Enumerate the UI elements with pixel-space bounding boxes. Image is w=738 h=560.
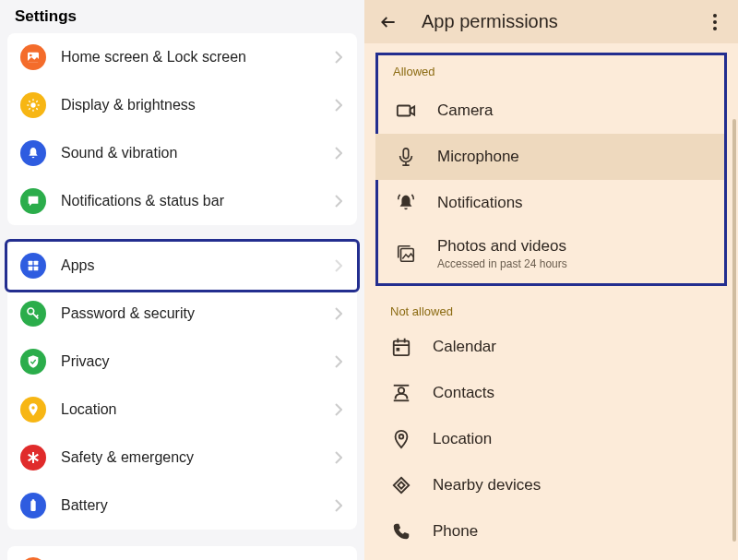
shield-icon [26, 354, 41, 369]
perm-label: Notifications [437, 194, 523, 212]
settings-title: Settings [0, 0, 364, 33]
perm-camera[interactable]: Camera [389, 88, 724, 134]
phone-icon [390, 520, 412, 542]
app-permissions-header: App permissions [364, 0, 738, 43]
chevron-right-icon [333, 355, 344, 368]
perm-contacts[interactable]: Contacts [364, 370, 738, 416]
chevron-right-icon [333, 403, 344, 416]
battery-icon [26, 498, 41, 513]
svg-rect-26 [403, 149, 409, 159]
settings-panel: Settings Home screen & Lock screen Displ… [0, 0, 364, 560]
bell-icon [26, 146, 41, 161]
row-sound[interactable]: Sound & vibration [7, 129, 357, 177]
home-image-icon [26, 50, 41, 65]
header-title: App permissions [422, 11, 684, 32]
row-label: Notifications & status bar [61, 193, 318, 209]
svg-point-30 [399, 387, 404, 393]
contacts-icon [390, 382, 412, 404]
row-apps[interactable]: Apps [5, 239, 360, 292]
row-safety[interactable]: Safety & emergency [7, 434, 357, 482]
svg-rect-25 [398, 106, 411, 116]
svg-point-24 [713, 27, 717, 30]
svg-rect-13 [29, 267, 33, 271]
permissions-body: Allowed Camera Microphone Notifications [364, 43, 738, 560]
svg-rect-21 [32, 499, 35, 501]
back-arrow-icon[interactable] [379, 13, 399, 31]
svg-point-22 [713, 14, 717, 18]
allowed-heading: Allowed [389, 65, 724, 88]
allowed-section-highlight: Allowed Camera Microphone Notifications [375, 53, 727, 286]
nearby-icon [390, 474, 412, 496]
chat-settings-icon [26, 194, 41, 209]
not-allowed-heading: Not allowed [364, 299, 738, 324]
chevron-right-icon [333, 307, 344, 320]
svg-rect-28 [394, 341, 410, 356]
perm-notifications[interactable]: Notifications [389, 180, 724, 226]
svg-point-23 [713, 20, 717, 24]
more-vertical-icon[interactable] [707, 14, 723, 30]
row-label: Privacy [61, 353, 318, 370]
perm-location[interactable]: Location [364, 416, 738, 462]
svg-point-33 [399, 435, 404, 439]
perm-microphone[interactable]: Microphone [375, 134, 724, 180]
chevron-right-icon [333, 195, 344, 208]
key-icon [26, 306, 41, 321]
location-pin-icon [26, 402, 41, 417]
row-privacy[interactable]: Privacy [7, 338, 357, 386]
row-home[interactable]: Home screen & Lock screen [7, 33, 357, 81]
photos-icon [395, 243, 417, 265]
svg-point-2 [30, 102, 35, 107]
row-label: Battery [61, 497, 318, 514]
svg-rect-11 [29, 261, 33, 266]
microphone-icon [395, 146, 417, 168]
scrollbar-track[interactable] [732, 119, 736, 542]
row-special[interactable]: Special features [7, 546, 357, 560]
row-label: Sound & vibration [61, 145, 318, 161]
row-battery[interactable]: Battery [7, 482, 357, 530]
row-label: Password & security [61, 305, 318, 322]
svg-line-10 [36, 101, 37, 101]
perm-label: Phone [433, 522, 478, 541]
svg-point-16 [31, 406, 34, 409]
svg-rect-12 [34, 261, 39, 266]
row-label: Location [61, 401, 318, 418]
row-display[interactable]: Display & brightness [7, 81, 357, 129]
row-label: Display & brightness [61, 97, 318, 113]
svg-line-9 [29, 108, 30, 109]
svg-rect-20 [30, 501, 35, 511]
svg-line-7 [29, 101, 30, 101]
settings-group-2: Apps Password & security Privacy [7, 242, 357, 530]
svg-rect-29 [397, 348, 400, 351]
camera-icon [395, 100, 417, 122]
perm-photos[interactable]: Photos and videos Accessed in past 24 ho… [389, 226, 724, 281]
chevron-right-icon [333, 99, 344, 112]
chevron-right-icon [333, 259, 344, 272]
calendar-icon [390, 336, 412, 358]
perm-label: Calendar [433, 338, 496, 356]
perm-sublabel: Accessed in past 24 hours [437, 257, 567, 270]
row-password[interactable]: Password & security [7, 290, 357, 338]
row-label: Home screen & Lock screen [61, 49, 318, 66]
chevron-right-icon [333, 451, 344, 464]
perm-nearby[interactable]: Nearby devices [364, 462, 738, 508]
settings-group-1: Home screen & Lock screen Display & brig… [7, 33, 357, 225]
svg-point-1 [30, 54, 32, 57]
svg-rect-14 [34, 267, 39, 271]
bell-ring-icon [395, 192, 417, 214]
row-label: Apps [61, 257, 318, 274]
apps-grid-icon [26, 258, 41, 273]
chevron-right-icon [333, 147, 344, 160]
brightness-icon [26, 98, 41, 113]
perm-label: Microphone [437, 148, 519, 166]
perm-calendar[interactable]: Calendar [364, 324, 738, 370]
chevron-right-icon [333, 499, 344, 512]
chevron-right-icon [333, 51, 344, 64]
perm-label: Photos and videos [437, 237, 567, 256]
perm-phone[interactable]: Phone [364, 508, 738, 554]
row-location[interactable]: Location [7, 386, 357, 434]
perm-label: Camera [437, 101, 493, 120]
row-label: Safety & emergency [61, 449, 318, 466]
asterisk-icon [26, 450, 41, 465]
row-notifications[interactable]: Notifications & status bar [7, 177, 357, 225]
settings-group-3: Special features [7, 546, 357, 560]
